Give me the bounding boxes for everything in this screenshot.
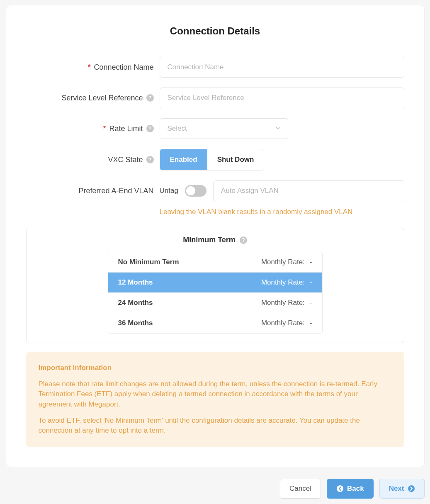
cancel-button[interactable]: Cancel bbox=[280, 479, 321, 499]
vxc-shutdown-button[interactable]: Shut Down bbox=[207, 149, 264, 170]
vlan-hint: Leaving the VLAN blank results in a rand… bbox=[160, 208, 404, 216]
back-label: Back bbox=[347, 485, 364, 493]
help-icon[interactable]: ? bbox=[146, 156, 154, 163]
vxc-enabled-button[interactable]: Enabled bbox=[160, 149, 207, 170]
footer: Cancel Back Next bbox=[6, 479, 425, 499]
help-icon[interactable]: ? bbox=[146, 125, 154, 132]
term-option-24-months[interactable]: 24 Months Monthly Rate: - bbox=[108, 292, 322, 313]
term-option-no-minimum[interactable]: No Minimum Term Monthly Rate: - bbox=[108, 252, 322, 272]
term-option-12-months[interactable]: 12 Months Monthly Rate: - bbox=[108, 272, 322, 292]
back-button[interactable]: Back bbox=[327, 479, 374, 499]
label-text: VXC State bbox=[108, 156, 143, 164]
info-paragraph: Please note that rate limit changes are … bbox=[39, 379, 392, 410]
connection-name-label: * Connection Name bbox=[26, 63, 154, 72]
label-text: Preferred A-End VLAN bbox=[78, 187, 153, 195]
select-placeholder: Select bbox=[168, 124, 187, 133]
preferred-vlan-row: Preferred A-End VLAN Untag bbox=[26, 180, 404, 201]
svg-point-1 bbox=[408, 485, 415, 492]
vlan-input[interactable] bbox=[213, 180, 404, 201]
connection-details-card: Connection Details * Connection Name Ser… bbox=[6, 5, 425, 467]
preferred-vlan-label: Preferred A-End VLAN bbox=[26, 187, 154, 195]
page-title: Connection Details bbox=[26, 25, 404, 37]
rate-limit-label: * Rate Limit ? bbox=[26, 124, 154, 133]
svg-point-0 bbox=[337, 485, 343, 492]
help-icon[interactable]: ? bbox=[146, 94, 154, 102]
arrow-left-circle-icon bbox=[336, 485, 344, 492]
important-info-box: Important Information Please note that r… bbox=[26, 352, 404, 447]
rate-value: - bbox=[310, 319, 312, 327]
heading-text: Minimum Term bbox=[183, 236, 236, 244]
rate-label: Monthly Rate: bbox=[261, 278, 305, 287]
rate-value: - bbox=[310, 278, 312, 287]
chevron-down-icon bbox=[275, 125, 280, 132]
next-button[interactable]: Next bbox=[379, 479, 425, 499]
vxc-state-row: VXC State ? Enabled Shut Down bbox=[26, 149, 404, 170]
rate-limit-row: * Rate Limit ? Select bbox=[26, 118, 404, 139]
info-title: Important Information bbox=[39, 363, 392, 373]
rate-label: Monthly Rate: bbox=[261, 299, 305, 307]
required-marker: * bbox=[87, 63, 90, 72]
label-text: Connection Name bbox=[94, 63, 153, 72]
minimum-term-box: Minimum Term ? No Minimum Term Monthly R… bbox=[26, 228, 404, 343]
next-label: Next bbox=[389, 485, 404, 493]
service-level-input[interactable] bbox=[160, 88, 404, 108]
rate-label: Monthly Rate: bbox=[261, 258, 305, 266]
connection-name-row: * Connection Name bbox=[26, 57, 404, 78]
minimum-term-table: No Minimum Term Monthly Rate: - 12 Month… bbox=[108, 252, 323, 334]
required-marker: * bbox=[103, 124, 106, 133]
untag-toggle[interactable] bbox=[185, 185, 206, 197]
untag-label: Untag bbox=[160, 187, 178, 195]
term-option-36-months[interactable]: 36 Months Monthly Rate: - bbox=[108, 313, 322, 333]
vxc-state-toggle: Enabled Shut Down bbox=[160, 149, 265, 170]
help-icon[interactable]: ? bbox=[240, 236, 247, 244]
rate-limit-select[interactable]: Select bbox=[160, 118, 288, 139]
toggle-knob bbox=[186, 186, 195, 195]
connection-name-input[interactable] bbox=[160, 57, 404, 78]
rate-value: - bbox=[310, 258, 312, 266]
rate-label: Monthly Rate: bbox=[261, 319, 305, 327]
term-name: No Minimum Term bbox=[118, 258, 179, 266]
term-name: 12 Months bbox=[118, 278, 153, 287]
info-paragraph: To avoid ETF, select 'No Minimum Term' u… bbox=[39, 416, 392, 436]
service-level-row: Service Level Reference ? bbox=[26, 88, 404, 108]
label-text: Service Level Reference bbox=[61, 94, 143, 102]
term-name: 36 Months bbox=[118, 319, 153, 327]
service-level-label: Service Level Reference ? bbox=[26, 94, 154, 102]
arrow-right-circle-icon bbox=[408, 485, 415, 492]
vxc-state-label: VXC State ? bbox=[26, 156, 154, 164]
term-name: 24 Months bbox=[118, 299, 153, 307]
label-text: Rate Limit bbox=[109, 124, 143, 133]
rate-value: - bbox=[310, 299, 312, 307]
minimum-term-heading: Minimum Term ? bbox=[32, 236, 398, 244]
